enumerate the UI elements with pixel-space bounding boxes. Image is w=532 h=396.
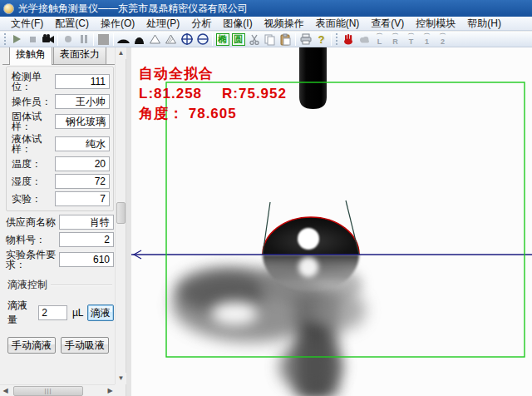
temperature-input[interactable]: 20 <box>55 156 110 171</box>
field-row: 湿度： 72 <box>12 174 110 189</box>
drop-control-group: 滴液控制 滴液量 2 µL 滴液 手动滴液 手动吸液 <box>2 278 116 354</box>
drop-volume-unit: µL <box>72 307 84 319</box>
menu-config[interactable]: 配置(C) <box>49 17 95 30</box>
sample-info-group: 检测单位： 111 操作员： 王小帅 固体试样： 钢化玻璃 液体试样： 纯水 温… <box>6 67 114 211</box>
video-area: 自动全拟合 L:81.258R:75.952 角度： 78.605 <box>126 47 532 396</box>
triangle-outline-icon[interactable] <box>147 32 163 47</box>
field-row: 实验： 7 <box>12 191 110 206</box>
circle-fit-tool[interactable]: 圆 <box>230 32 246 47</box>
syringe-needle <box>299 47 327 109</box>
field-label: 物料号： <box>6 235 59 245</box>
right-angle-value: R:75.952 <box>222 86 287 101</box>
operator-input[interactable]: 王小帅 <box>55 94 110 109</box>
liquid-sample-input[interactable]: 纯水 <box>55 136 110 151</box>
field-row: 物料号： 2 <box>6 232 114 247</box>
menu-image[interactable]: 图像(I) <box>217 17 258 30</box>
field-label: 操作员： <box>12 97 55 106</box>
detect-unit-input[interactable]: 111 <box>55 74 110 89</box>
camera-icon[interactable] <box>40 32 56 47</box>
sidebar-horizontal-scrollbar[interactable]: ◀ ||| ▶ <box>0 384 116 396</box>
sessile-drop-high-icon[interactable] <box>131 32 147 47</box>
menu-bar: 文件(F) 配置(C) 操作(O) 处理(P) 分析 图像(I) 视频操作 表面… <box>0 17 532 31</box>
scrollbar-corner <box>115 384 126 396</box>
angle-1-icon[interactable]: ⌒1 <box>419 32 435 47</box>
toolbar-separator <box>93 33 94 46</box>
play-icon[interactable] <box>8 32 24 47</box>
solid-sample-input[interactable]: 钢化玻璃 <box>55 114 110 129</box>
stop-icon[interactable] <box>24 32 40 47</box>
manual-hand-icon[interactable] <box>340 32 356 47</box>
sessile-drop-low-icon[interactable] <box>116 32 131 47</box>
scroll-thumb[interactable] <box>116 202 126 224</box>
manual-aspirate-button[interactable]: 手动吸液 <box>61 337 109 354</box>
field-row: 实验条件要求： 610 <box>6 250 114 270</box>
camera-canvas[interactable]: 自动全拟合 L:81.258R:75.952 角度： 78.605 <box>131 47 532 396</box>
toolbar-separator <box>295 33 296 46</box>
drop-cloud-icon[interactable] <box>356 32 372 47</box>
angle-left-icon[interactable]: ⌒L <box>372 32 387 47</box>
scroll-down-arrow[interactable]: ▼ <box>116 373 126 384</box>
title-bar[interactable]: 光学接触角测量仪——东莞市晟鼎精密仪器有限公司 <box>0 0 532 17</box>
drop-volume-input[interactable]: 2 <box>38 305 67 320</box>
toolbar: 椭 圆 ? ⌒L ⌒R ⌒T ⌒1 ⌒2 <box>0 32 532 47</box>
lr-angle-line: L:81.258R:75.952 <box>139 84 287 104</box>
menu-surface-energy[interactable]: 表面能(N) <box>310 17 366 30</box>
menu-process[interactable]: 处理(P) <box>140 17 185 30</box>
field-row: 温度： 20 <box>12 156 110 171</box>
scroll-left-arrow[interactable]: ◀ <box>0 385 11 396</box>
angle-2-icon[interactable]: ⌒2 <box>435 32 451 47</box>
sidebar-tabs: 接触角 表面张力 <box>2 47 116 65</box>
field-label: 供应商名称 <box>6 217 59 227</box>
toolbar-grip <box>3 33 7 45</box>
scroll-thumb[interactable]: ||| <box>13 386 83 396</box>
manual-dispense-button[interactable]: 手动滴液 <box>7 337 56 354</box>
theta-circle-icon[interactable] <box>195 32 210 47</box>
paste-icon[interactable] <box>278 32 293 47</box>
app-window: 光学接触角测量仪——东莞市晟鼎精密仪器有限公司 文件(F) 配置(C) 操作(O… <box>0 0 532 396</box>
toolbar-separator <box>331 33 332 46</box>
menu-view[interactable]: 查看(V) <box>365 17 410 30</box>
menu-help[interactable]: 帮助(H) <box>461 17 507 30</box>
crosshair-circle-icon[interactable] <box>179 32 195 47</box>
field-label: 实验条件要求： <box>6 250 59 270</box>
tab-surface-tension[interactable]: 表面张力 <box>53 47 106 64</box>
toolbar-grip <box>335 33 338 45</box>
menu-video-operate[interactable]: 视频操作 <box>259 17 310 30</box>
angle-value: 78.605 <box>189 106 237 121</box>
left-angle-value: L:81.258 <box>139 86 202 101</box>
scroll-up-arrow[interactable]: ▲ <box>116 47 126 59</box>
ellipse-fit-tool[interactable]: 椭 <box>214 32 230 47</box>
experiment-input[interactable]: 7 <box>55 191 110 206</box>
sidebar-vertical-scrollbar[interactable]: ▲ ▼ <box>115 47 126 384</box>
print-icon[interactable] <box>298 32 313 47</box>
angle-label: 角度： <box>139 106 184 121</box>
tab-contact-angle[interactable]: 接触角 <box>9 47 52 65</box>
menu-control-module[interactable]: 控制模块 <box>410 17 461 30</box>
field-label: 液体试样： <box>12 134 55 154</box>
angle-top-icon[interactable]: ⌒T <box>403 32 419 47</box>
field-label: 实验： <box>12 194 55 204</box>
angle-line: 角度： 78.605 <box>139 104 287 124</box>
pause-icon[interactable] <box>76 32 91 47</box>
menu-analyze[interactable]: 分析 <box>185 17 217 30</box>
record-icon[interactable] <box>60 32 76 47</box>
app-icon <box>3 3 14 14</box>
field-label: 温度： <box>12 159 55 169</box>
experiment-condition-input[interactable]: 610 <box>59 252 114 267</box>
angle-right-icon[interactable]: ⌒R <box>387 32 403 47</box>
snapshot-icon[interactable] <box>96 32 111 47</box>
menu-file[interactable]: 文件(F) <box>5 17 49 30</box>
dispense-button[interactable]: 滴液 <box>87 304 114 321</box>
field-label: 湿度： <box>12 176 55 186</box>
menu-operate[interactable]: 操作(O) <box>95 17 140 30</box>
help-icon[interactable]: ? <box>313 32 329 47</box>
drop-volume-label: 滴液量 <box>7 299 36 327</box>
copy-icon[interactable] <box>262 32 278 47</box>
fit-result-overlay: 自动全拟合 L:81.258R:75.952 角度： 78.605 <box>139 64 287 124</box>
humidity-input[interactable]: 72 <box>55 174 110 189</box>
cut-icon[interactable] <box>246 32 262 47</box>
triangle-hatched-icon[interactable] <box>163 32 179 47</box>
supplier-section: 供应商名称 肖特 物料号： 2 实验条件要求： 610 <box>2 215 116 270</box>
supplier-input[interactable]: 肖特 <box>59 215 114 230</box>
material-number-input[interactable]: 2 <box>59 232 114 247</box>
